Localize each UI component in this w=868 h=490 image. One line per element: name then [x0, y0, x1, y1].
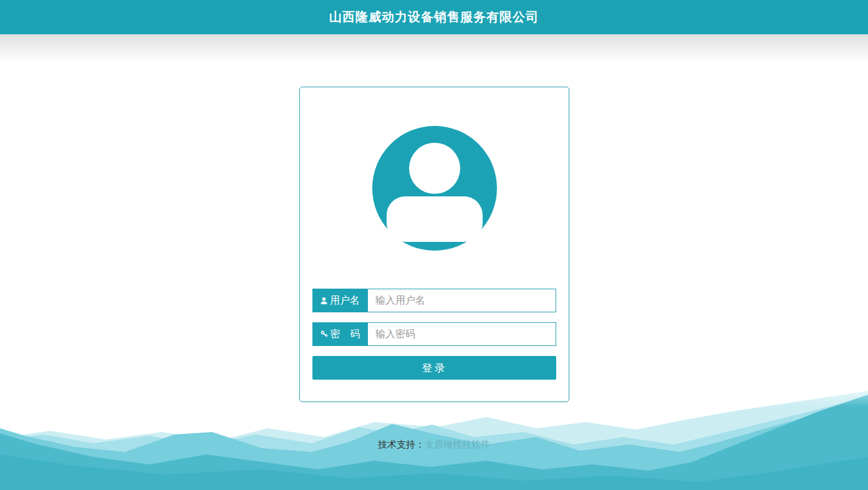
header-shadow: [0, 34, 868, 63]
password-input[interactable]: [367, 322, 556, 346]
support-label: 技术支持：: [378, 439, 425, 449]
user-icon: [320, 297, 328, 305]
login-card: 用户名 密 码 登录: [299, 87, 569, 402]
password-field-row: 密 码: [312, 322, 556, 346]
login-button[interactable]: 登录: [312, 356, 556, 380]
username-label: 用户名: [312, 289, 367, 312]
login-form: 用户名 密 码 登录: [300, 289, 569, 380]
key-icon: [320, 330, 329, 339]
page-footer: 技术支持：太原橄榄枝软件: [0, 439, 868, 451]
username-input[interactable]: [367, 289, 556, 312]
password-label: 密 码: [312, 322, 367, 346]
password-label-text: 密 码: [330, 328, 360, 341]
page-title: 山西隆威动力设备销售服务有限公司: [329, 9, 539, 26]
user-avatar-icon: [372, 126, 497, 251]
username-field-row: 用户名: [312, 289, 556, 312]
app-header: 山西隆威动力设备销售服务有限公司: [0, 0, 868, 34]
username-label-text: 用户名: [330, 294, 360, 307]
support-link[interactable]: 太原橄榄枝软件: [425, 439, 490, 449]
